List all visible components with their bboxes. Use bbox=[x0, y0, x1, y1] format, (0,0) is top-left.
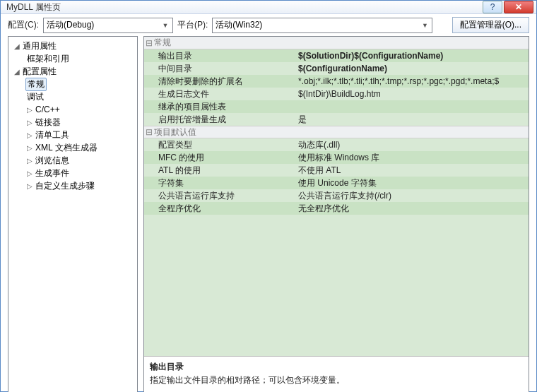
close-icon: ✕ bbox=[515, 2, 522, 12]
tree-item-linker[interactable]: ▷链接器 bbox=[10, 116, 136, 129]
collapse-icon: ⊟ bbox=[144, 38, 154, 48]
property-dialog: MyDLL 属性页 ? ✕ 配置(C): 活动(Debug) ▼ 平台(P): … bbox=[0, 0, 537, 392]
description-panel: 输出目录 指定输出文件目录的相对路径；可以包含环境变量。 bbox=[144, 356, 529, 392]
section-defaults[interactable]: ⊟项目默认值 bbox=[144, 126, 529, 138]
config-combo[interactable]: 活动(Debug) ▼ bbox=[43, 18, 173, 33]
prop-row-mfc[interactable]: MFC 的使用使用标准 Windows 库 bbox=[144, 151, 529, 164]
collapse-icon: ◢ bbox=[13, 42, 21, 50]
prop-row-build-log[interactable]: 生成日志文件$(IntDir)\BuildLog.htm bbox=[144, 88, 529, 100]
prop-row-int-dir[interactable]: 中间目录$(ConfigurationName) bbox=[144, 62, 529, 75]
expand-icon: ▷ bbox=[25, 106, 34, 114]
config-label: 配置(C): bbox=[8, 19, 39, 31]
toolbar: 配置(C): 活动(Debug) ▼ 平台(P): 活动(Win32) ▼ 配置… bbox=[1, 14, 536, 36]
expand-icon: ▷ bbox=[25, 131, 34, 139]
chevron-down-icon: ▼ bbox=[419, 20, 430, 31]
tree-item-manifest[interactable]: ▷清单工具 bbox=[10, 129, 136, 141]
dialog-body: ◢通用属性 框架和引用 ◢配置属性 常规 调试 ▷C/C++ ▷链接器 ▷清单工… bbox=[1, 36, 536, 392]
config-value: 活动(Debug) bbox=[47, 19, 94, 31]
tree-item-build-events[interactable]: ▷生成事件 bbox=[10, 167, 136, 179]
tree-item-browse[interactable]: ▷浏览信息 bbox=[10, 154, 136, 167]
grid-empty-area bbox=[144, 215, 529, 356]
chevron-down-icon: ▼ bbox=[160, 20, 171, 31]
platform-value: 活动(Win32) bbox=[216, 19, 262, 31]
expand-icon: ▷ bbox=[25, 170, 34, 177]
tree-item-general[interactable]: 常规 bbox=[10, 78, 136, 90]
prop-row-charset[interactable]: 字符集使用 Unicode 字符集 bbox=[144, 177, 529, 189]
help-icon: ? bbox=[490, 2, 495, 12]
property-grid[interactable]: ⊟常规 输出目录$(SolutionDir)$(ConfigurationNam… bbox=[144, 37, 529, 356]
tree-item-config-props[interactable]: ◢配置属性 bbox=[10, 65, 136, 78]
expand-icon: ▷ bbox=[25, 182, 34, 190]
expand-icon: ▷ bbox=[25, 119, 34, 126]
tree-item-xml-doc[interactable]: ▷XML 文档生成器 bbox=[10, 141, 136, 154]
config-manager-button[interactable]: 配置管理器(O)... bbox=[452, 17, 529, 33]
description-text: 指定输出文件目录的相对路径；可以包含环境变量。 bbox=[150, 374, 523, 386]
tree-item-framework[interactable]: 框架和引用 bbox=[10, 52, 136, 65]
platform-label: 平台(P): bbox=[177, 19, 208, 31]
property-panel: ⊟常规 输出目录$(SolutionDir)$(ConfigurationNam… bbox=[143, 36, 529, 392]
section-general[interactable]: ⊟常规 bbox=[144, 37, 529, 49]
tree-item-cpp[interactable]: ▷C/C++ bbox=[10, 103, 136, 116]
tree-item-custom-build[interactable]: ▷自定义生成步骤 bbox=[10, 179, 136, 192]
nav-tree[interactable]: ◢通用属性 框架和引用 ◢配置属性 常规 调试 ▷C/C++ ▷链接器 ▷清单工… bbox=[8, 36, 138, 392]
prop-row-managed-inc[interactable]: 启用托管增量生成是 bbox=[144, 113, 529, 126]
collapse-icon: ◢ bbox=[13, 68, 21, 76]
titlebar: MyDLL 属性页 ? ✕ bbox=[1, 1, 536, 14]
window-title: MyDLL 属性页 bbox=[4, 1, 483, 13]
close-button[interactable]: ✕ bbox=[504, 1, 533, 13]
expand-icon: ▷ bbox=[25, 157, 34, 165]
tree-item-common[interactable]: ◢通用属性 bbox=[10, 40, 136, 52]
prop-row-cfg-type[interactable]: 配置类型动态库(.dll) bbox=[144, 138, 529, 151]
prop-row-inherited[interactable]: 继承的项目属性表 bbox=[144, 100, 529, 113]
prop-row-clr[interactable]: 公共语言运行库支持公共语言运行库支持(/clr) bbox=[144, 189, 529, 202]
prop-row-out-dir[interactable]: 输出目录$(SolutionDir)$(ConfigurationName) bbox=[144, 49, 529, 62]
description-title: 输出目录 bbox=[150, 361, 523, 373]
expand-icon: ▷ bbox=[25, 144, 34, 152]
tree-item-debug[interactable]: 调试 bbox=[10, 90, 136, 103]
prop-row-atl[interactable]: ATL 的使用不使用 ATL bbox=[144, 164, 529, 177]
prop-row-wpo[interactable]: 全程序优化无全程序优化 bbox=[144, 202, 529, 215]
window-buttons: ? ✕ bbox=[483, 1, 533, 13]
platform-combo[interactable]: 活动(Win32) ▼ bbox=[212, 18, 432, 33]
collapse-icon: ⊟ bbox=[144, 127, 154, 137]
help-button[interactable]: ? bbox=[483, 1, 502, 13]
prop-row-clean-ext[interactable]: 清除时要删除的扩展名*.obj;*.ilk;*.tlb;*.tli;*.tlh;… bbox=[144, 75, 529, 88]
